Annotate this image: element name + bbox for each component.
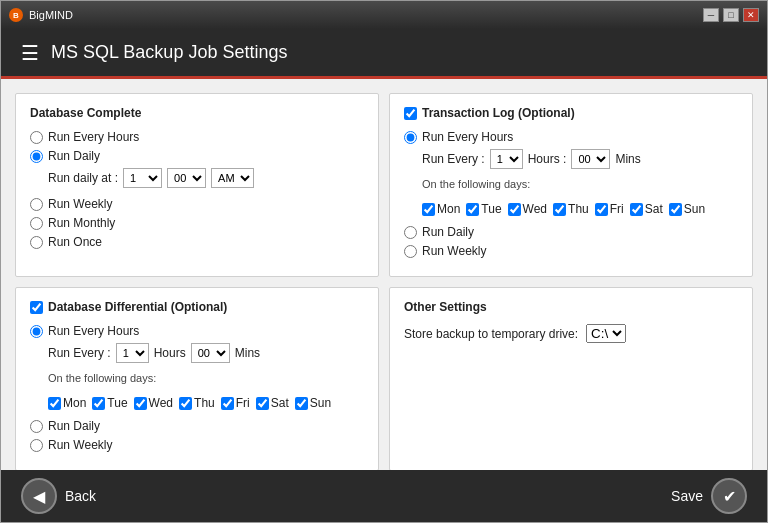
- other-settings-panel: Other Settings Store backup to temporary…: [389, 287, 753, 470]
- dc-run-daily-option[interactable]: Run Daily: [30, 149, 364, 163]
- tl-following-days-label: On the following days:: [422, 178, 738, 190]
- dd-run-weekly-radio[interactable]: [30, 439, 43, 452]
- dd-sun-checkbox[interactable]: [295, 397, 308, 410]
- dd-sun-day[interactable]: Sun: [295, 396, 331, 410]
- tl-sun-day[interactable]: Sun: [669, 202, 705, 216]
- dc-run-daily-row: Run daily at : 1234 5678 9101112 0015304…: [48, 168, 364, 188]
- dc-run-once-option[interactable]: Run Once: [30, 235, 364, 249]
- title-bar: B BigMIND ─ □ ✕: [1, 1, 767, 29]
- dc-run-every-hours-radio[interactable]: [30, 131, 43, 144]
- dd-fri-day[interactable]: Fri: [221, 396, 250, 410]
- dc-run-once-radio[interactable]: [30, 236, 43, 249]
- transaction-log-title: Transaction Log (Optional): [404, 106, 738, 120]
- dd-run-every-hours-option[interactable]: Run Every Hours: [30, 324, 364, 338]
- tl-hour-select[interactable]: 1234 5678: [490, 149, 523, 169]
- drive-select[interactable]: C:\ D:\ E:\: [586, 324, 626, 343]
- tl-thu-day[interactable]: Thu: [553, 202, 589, 216]
- dd-sat-day[interactable]: Sat: [256, 396, 289, 410]
- database-differential-panel: Database Differential (Optional) Run Eve…: [15, 287, 379, 470]
- dd-mon-checkbox[interactable]: [48, 397, 61, 410]
- tl-wed-day[interactable]: Wed: [508, 202, 547, 216]
- tl-mon-checkbox[interactable]: [422, 203, 435, 216]
- save-icon: ✔: [711, 478, 747, 514]
- store-backup-label: Store backup to temporary drive:: [404, 327, 578, 341]
- database-differential-title: Database Differential (Optional): [30, 300, 364, 314]
- dc-run-weekly-radio[interactable]: [30, 198, 43, 211]
- database-differential-options: Run Every Hours Run Every : 1234 5678 Ho…: [30, 324, 364, 452]
- dc-run-every-hours-option[interactable]: Run Every Hours: [30, 130, 364, 144]
- title-bar-left: B BigMIND: [9, 8, 73, 22]
- dc-run-monthly-radio[interactable]: [30, 217, 43, 230]
- header-bar: ☰ MS SQL Backup Job Settings: [1, 29, 767, 79]
- maximize-button[interactable]: □: [723, 8, 739, 22]
- dd-fri-checkbox[interactable]: [221, 397, 234, 410]
- transaction-log-checkbox[interactable]: [404, 107, 417, 120]
- page-title: MS SQL Backup Job Settings: [51, 42, 287, 63]
- tl-tue-day[interactable]: Tue: [466, 202, 501, 216]
- dd-run-every-hours-radio[interactable]: [30, 325, 43, 338]
- dd-wed-day[interactable]: Wed: [134, 396, 173, 410]
- tl-run-weekly-radio[interactable]: [404, 245, 417, 258]
- dd-days-row: Mon Tue Wed Thu Fri Sat Sun: [48, 396, 364, 410]
- save-button[interactable]: Save ✔: [671, 478, 747, 514]
- tl-sat-checkbox[interactable]: [630, 203, 643, 216]
- tl-days-row: Mon Tue Wed Thu Fri Sat Sun: [422, 202, 738, 216]
- tl-thu-checkbox[interactable]: [553, 203, 566, 216]
- dd-mon-day[interactable]: Mon: [48, 396, 86, 410]
- tl-run-every-hours-radio[interactable]: [404, 131, 417, 144]
- database-complete-options: Run Every Hours Run Daily Run daily at :…: [30, 130, 364, 249]
- tl-run-daily-option[interactable]: Run Daily: [404, 225, 738, 239]
- database-differential-checkbox[interactable]: [30, 301, 43, 314]
- other-settings-title: Other Settings: [404, 300, 738, 314]
- dd-sat-checkbox[interactable]: [256, 397, 269, 410]
- app-icon: B: [9, 8, 23, 22]
- dc-hour-select[interactable]: 1234 5678 9101112: [123, 168, 162, 188]
- tl-run-every-hours-option[interactable]: Run Every Hours: [404, 130, 738, 144]
- dc-run-monthly-option[interactable]: Run Monthly: [30, 216, 364, 230]
- database-complete-title: Database Complete: [30, 106, 364, 120]
- dd-following-days-label: On the following days:: [48, 372, 364, 384]
- dd-tue-day[interactable]: Tue: [92, 396, 127, 410]
- back-icon: ◀: [21, 478, 57, 514]
- tl-run-daily-radio[interactable]: [404, 226, 417, 239]
- window-title: BigMIND: [29, 9, 73, 21]
- dd-run-daily-option[interactable]: Run Daily: [30, 419, 364, 433]
- dd-tue-checkbox[interactable]: [92, 397, 105, 410]
- tl-wed-checkbox[interactable]: [508, 203, 521, 216]
- save-label: Save: [671, 488, 703, 504]
- dd-thu-day[interactable]: Thu: [179, 396, 215, 410]
- dc-ampm-select[interactable]: AMPM: [211, 168, 254, 188]
- content-area: Database Complete Run Every Hours Run Da…: [1, 79, 767, 470]
- tl-mon-day[interactable]: Mon: [422, 202, 460, 216]
- main-window: B BigMIND ─ □ ✕ ☰ MS SQL Backup Job Sett…: [0, 0, 768, 523]
- transaction-log-options: Run Every Hours Run Every : 1234 5678 Ho…: [404, 130, 738, 258]
- back-button[interactable]: ◀ Back: [21, 478, 96, 514]
- tl-fri-checkbox[interactable]: [595, 203, 608, 216]
- minimize-button[interactable]: ─: [703, 8, 719, 22]
- database-complete-panel: Database Complete Run Every Hours Run Da…: [15, 93, 379, 277]
- title-bar-controls: ─ □ ✕: [703, 8, 759, 22]
- other-settings-row: Store backup to temporary drive: C:\ D:\…: [404, 324, 738, 343]
- dd-thu-checkbox[interactable]: [179, 397, 192, 410]
- dd-hour-select[interactable]: 1234 5678: [116, 343, 149, 363]
- dd-run-daily-radio[interactable]: [30, 420, 43, 433]
- tl-sat-day[interactable]: Sat: [630, 202, 663, 216]
- tl-sun-checkbox[interactable]: [669, 203, 682, 216]
- dd-run-weekly-option[interactable]: Run Weekly: [30, 438, 364, 452]
- tl-tue-checkbox[interactable]: [466, 203, 479, 216]
- dc-run-daily-radio[interactable]: [30, 150, 43, 163]
- tl-min-select[interactable]: 00153045: [571, 149, 610, 169]
- header-icon: ☰: [21, 41, 39, 65]
- dd-wed-checkbox[interactable]: [134, 397, 147, 410]
- close-button[interactable]: ✕: [743, 8, 759, 22]
- transaction-log-panel: Transaction Log (Optional) Run Every Hou…: [389, 93, 753, 277]
- footer: ◀ Back Save ✔: [1, 470, 767, 522]
- tl-run-weekly-option[interactable]: Run Weekly: [404, 244, 738, 258]
- dc-run-weekly-option[interactable]: Run Weekly: [30, 197, 364, 211]
- dc-min-select[interactable]: 00153045: [167, 168, 206, 188]
- dd-run-every-row: Run Every : 1234 5678 Hours 00153045 Min…: [48, 343, 364, 363]
- back-label: Back: [65, 488, 96, 504]
- tl-run-every-row: Run Every : 1234 5678 Hours : 00153045 M…: [422, 149, 738, 169]
- tl-fri-day[interactable]: Fri: [595, 202, 624, 216]
- dd-min-select[interactable]: 00153045: [191, 343, 230, 363]
